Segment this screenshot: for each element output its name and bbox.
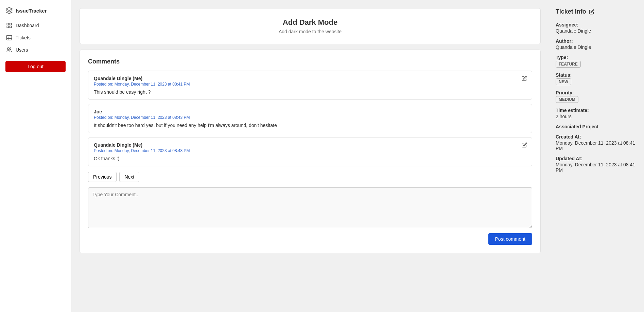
dashboard-label: Dashboard [16,23,39,28]
sidebar-item-tickets[interactable]: Tickets [3,32,68,43]
sidebar-item-dashboard[interactable]: Dashboard [3,20,68,31]
comment-item: Joe Posted on: Monday, December 11, 2023… [88,104,532,133]
dashboard-icon [6,22,12,29]
ticket-title: Add Dark Mode [88,18,532,27]
associated-project-row: Associated Project [556,124,637,129]
type-badge: FEATURE [556,61,581,68]
author-row: Author: Quandale Dingle [556,38,637,50]
updated-at-value: Monday, December 11, 2023 at 08:41 PM [556,162,637,173]
type-label: Type: [556,55,637,60]
comment-item: Quandale Dingle (Me) Posted on: Monday, … [88,137,532,166]
ticket-info-heading: Ticket Info [556,8,586,15]
priority-badge: MEDIUM [556,96,578,103]
sidebar-nav: Dashboard Tickets Users [0,20,71,56]
svg-point-8 [7,48,10,50]
status-label: Status: [556,72,637,78]
ticket-info-title: Ticket Info [556,8,637,15]
comment-date: Posted on: Monday, December 11, 2023 at … [94,115,526,120]
comment-date: Posted on: Monday, December 11, 2023 at … [94,148,526,153]
brand-name: IssueTracker [16,8,47,14]
comments-card: Comments Quandale Dingle (Me) Posted on:… [80,50,541,253]
comment-author: Joe [94,109,526,114]
assignee-label: Assignee: [556,22,637,27]
comment-author: Quandale Dingle (Me) [94,76,526,81]
comments-title: Comments [88,58,532,65]
created-at-label: Created At: [556,134,637,140]
previous-button[interactable]: Previous [88,172,117,182]
sidebar-item-users[interactable]: Users [3,44,68,56]
comment-body: This should be easy right ? [94,89,526,95]
svg-rect-3 [10,26,12,28]
ticket-header-card: Add Dark Mode Add dark mode to the websi… [80,8,541,44]
time-estimate-label: Time estimate: [556,108,637,113]
priority-row: Priority: MEDIUM [556,90,637,103]
ticket-subtitle: Add dark mode to the website [88,29,532,34]
post-comment-row: Post comment [88,233,532,245]
comment-item: Quandale Dingle (Me) Posted on: Monday, … [88,71,532,100]
svg-rect-2 [7,26,8,28]
users-label: Users [16,47,28,53]
right-sidebar: Ticket Info Assignee: Quandale Dingle Au… [549,0,644,312]
sidebar: IssueTracker Dashboard Tickets [0,0,71,312]
status-badge: NEW [556,78,571,85]
comment-textarea[interactable] [88,187,532,228]
edit-comment-button[interactable] [522,76,527,82]
edit-comment-button[interactable] [522,142,527,149]
svg-rect-0 [7,23,8,25]
users-icon [6,47,12,53]
author-value: Quandale Dingle [556,44,637,50]
priority-label: Priority: [556,90,637,95]
time-estimate-value: 2 hours [556,114,637,119]
comment-date: Posted on: Monday, December 11, 2023 at … [94,82,526,87]
comment-body: Ok thanks :) [94,156,526,161]
pagination: Previous Next [88,172,532,182]
author-label: Author: [556,38,637,44]
next-button[interactable]: Next [119,172,139,182]
brand-icon [5,7,13,14]
associated-project-link[interactable]: Associated Project [556,124,637,129]
created-at-row: Created At: Monday, December 11, 2023 at… [556,134,637,151]
tickets-icon [6,35,12,41]
post-comment-button[interactable]: Post comment [488,233,532,245]
created-at-value: Monday, December 11, 2023 at 08:41 PM [556,140,637,151]
updated-at-label: Updated At: [556,156,637,161]
assignee-row: Assignee: Quandale Dingle [556,22,637,34]
svg-rect-1 [10,23,12,25]
logout-button[interactable]: Log out [5,61,66,72]
assignee-value: Quandale Dingle [556,28,637,34]
type-row: Type: FEATURE [556,55,637,68]
main-content: Add Dark Mode Add dark mode to the websi… [71,0,549,312]
brand: IssueTracker [0,5,71,20]
svg-rect-4 [7,35,12,40]
status-row: Status: NEW [556,72,637,85]
time-estimate-row: Time estimate: 2 hours [556,108,637,119]
comment-author: Quandale Dingle (Me) [94,142,526,148]
edit-ticket-icon[interactable] [589,9,594,15]
comment-body: It shouldn't bee too hard yes, but if yo… [94,123,526,128]
tickets-label: Tickets [16,35,31,40]
updated-at-row: Updated At: Monday, December 11, 2023 at… [556,156,637,173]
